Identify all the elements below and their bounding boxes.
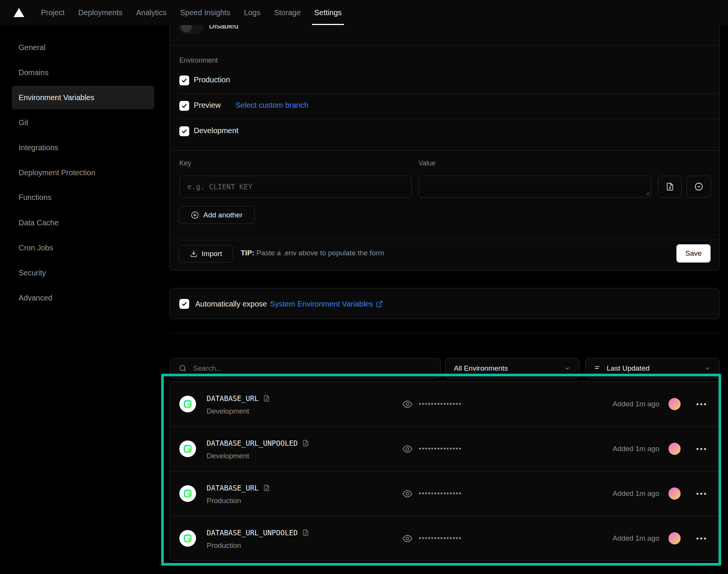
eye-icon — [402, 489, 413, 499]
row-menu-button[interactable] — [697, 382, 706, 426]
environment-filter-value: All Environments — [454, 364, 508, 373]
divider — [170, 150, 719, 151]
env-variables-list: DATABASE_URL Development •••••••••••••• … — [169, 381, 720, 561]
add-another-label: Add another — [203, 211, 243, 219]
creator-avatar[interactable] — [668, 443, 681, 455]
reveal-value-button[interactable] — [402, 444, 413, 454]
remove-row-button[interactable] — [687, 176, 711, 198]
check-icon — [181, 77, 187, 83]
environment-filter-dropdown[interactable]: All Environments — [445, 358, 579, 379]
checkbox-label-preview[interactable]: Preview — [194, 101, 221, 110]
reveal-value-button[interactable] — [402, 489, 413, 499]
sidebar-item-git[interactable]: Git — [12, 110, 154, 135]
nav-item-analytics[interactable]: Analytics — [136, 0, 166, 25]
paste-env-button[interactable] — [658, 176, 682, 198]
masked-value: •••••••••••••• — [419, 426, 462, 471]
search-input[interactable] — [193, 364, 420, 373]
env-var-row[interactable]: DATABASE_URL_UNPOOLED Development ••••••… — [170, 426, 719, 471]
environment-section-label: Environment — [179, 57, 218, 64]
reveal-value-button[interactable] — [402, 399, 413, 409]
page: Project Deployments Analytics Speed Insi… — [0, 0, 728, 574]
note-icon[interactable] — [302, 440, 309, 447]
sidebar-item-environment-variables[interactable]: Environment Variables — [12, 86, 154, 109]
expose-label: Automatically expose — [195, 300, 267, 308]
creator-avatar[interactable] — [668, 488, 681, 500]
nav-item-settings[interactable]: Settings — [314, 0, 342, 25]
resize-grip-icon[interactable] — [644, 190, 650, 195]
sidebar-item-functions[interactable]: Functions — [12, 185, 154, 210]
chevron-down-icon — [564, 365, 571, 372]
env-var-row[interactable]: DATABASE_URL Production •••••••••••••• A… — [170, 471, 719, 516]
creator-avatar[interactable] — [668, 532, 681, 544]
plus-circle-icon — [191, 211, 199, 219]
nav-item-project[interactable]: Project — [41, 0, 64, 25]
reveal-value-button[interactable] — [402, 533, 413, 544]
download-icon — [190, 250, 198, 258]
sidebar-item-data-cache[interactable]: Data Cache — [12, 210, 154, 235]
masked-value: •••••••••••••• — [419, 471, 462, 516]
added-timestamp: Added 1m ago — [612, 516, 659, 561]
key-label: Key — [179, 159, 191, 167]
eye-icon — [402, 533, 413, 544]
neon-integration-icon — [179, 485, 196, 502]
system-env-variables-link-text: System Environment Variables — [270, 300, 373, 308]
key-input[interactable] — [179, 176, 412, 198]
value-label: Value — [419, 159, 436, 167]
nav-item-storage[interactable]: Storage — [274, 0, 301, 25]
chevron-down-icon — [704, 365, 711, 372]
file-text-icon — [666, 182, 674, 191]
env-var-row[interactable]: DATABASE_URL Development •••••••••••••• … — [170, 382, 719, 426]
sidebar-item-advanced[interactable]: Advanced — [12, 285, 154, 310]
system-env-card: Automatically expose System Environment … — [169, 288, 720, 319]
checkbox-expose-system-env[interactable] — [179, 299, 189, 309]
save-button[interactable]: Save — [676, 244, 711, 263]
divider — [170, 45, 719, 46]
env-key-name: DATABASE_URL_UNPOOLED — [207, 439, 298, 447]
divider — [170, 240, 719, 240]
note-icon[interactable] — [263, 484, 270, 491]
external-link-icon — [376, 300, 383, 308]
added-timestamp: Added 1m ago — [612, 382, 659, 426]
divider — [179, 93, 719, 94]
env-key-name: DATABASE_URL — [207, 484, 259, 492]
creator-avatar[interactable] — [668, 398, 681, 410]
checkbox-development[interactable] — [179, 126, 189, 136]
checkbox-production[interactable] — [179, 75, 189, 85]
divider — [179, 119, 719, 119]
value-input[interactable] — [419, 176, 651, 198]
nav-item-logs[interactable]: Logs — [244, 0, 260, 25]
section-divider — [169, 333, 720, 333]
search-field[interactable] — [170, 358, 441, 379]
sidebar-item-domains[interactable]: Domains — [12, 60, 154, 85]
row-menu-button[interactable] — [697, 426, 706, 471]
added-timestamp: Added 1m ago — [612, 471, 659, 516]
checkbox-label-production[interactable]: Production — [194, 75, 230, 84]
row-menu-button[interactable] — [697, 516, 706, 561]
env-target: Production — [207, 541, 241, 550]
row-menu-button[interactable] — [697, 471, 706, 516]
system-env-variables-link[interactable]: System Environment Variables — [270, 300, 383, 308]
nav-item-speed-insights[interactable]: Speed Insights — [180, 0, 230, 25]
nav-item-deployments[interactable]: Deployments — [78, 0, 122, 25]
sidebar-item-integrations[interactable]: Integrations — [12, 135, 154, 160]
select-custom-branch-link[interactable]: Select custom branch — [235, 101, 308, 110]
checkbox-preview[interactable] — [179, 101, 189, 111]
checkbox-label-development[interactable]: Development — [194, 126, 238, 135]
sort-dropdown[interactable]: Last Updated — [585, 358, 720, 379]
eye-icon — [402, 399, 413, 409]
env-var-row[interactable]: DATABASE_URL_UNPOOLED Production •••••••… — [170, 516, 719, 561]
vercel-logo-icon[interactable] — [14, 8, 24, 17]
sidebar-item-cron-jobs[interactable]: Cron Jobs — [12, 235, 154, 260]
sidebar-item-deployment-protection[interactable]: Deployment Protection — [12, 160, 154, 185]
sidebar-item-general[interactable]: General — [12, 35, 154, 60]
sort-value: Last Updated — [607, 364, 699, 373]
neon-integration-icon — [179, 396, 196, 412]
add-another-button[interactable]: Add another — [179, 206, 255, 224]
note-icon[interactable] — [302, 529, 309, 536]
env-target: Development — [207, 407, 249, 415]
search-icon — [179, 364, 187, 373]
sidebar-item-security[interactable]: Security — [12, 260, 154, 285]
note-icon[interactable] — [263, 395, 270, 402]
import-button[interactable]: Import — [179, 245, 233, 263]
env-target: Development — [207, 452, 249, 460]
